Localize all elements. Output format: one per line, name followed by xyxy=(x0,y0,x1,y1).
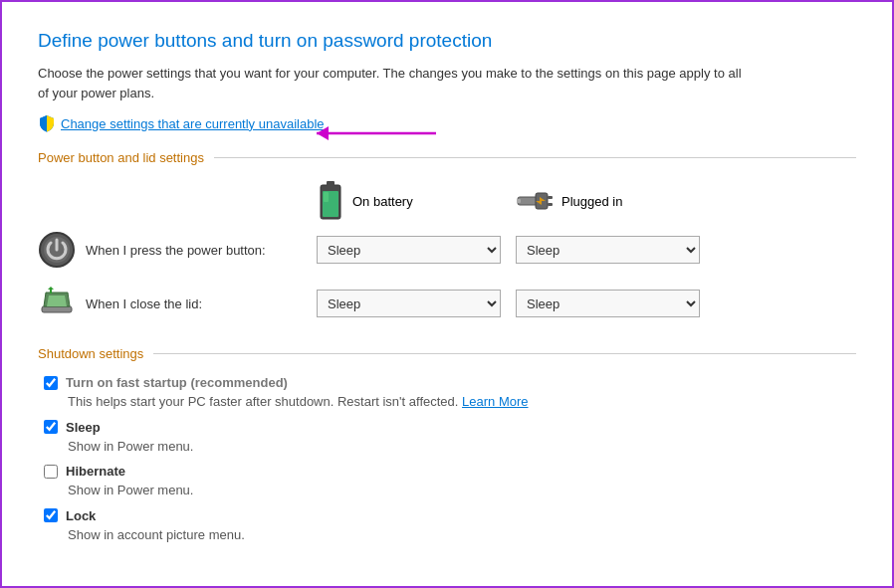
sleep-label: Sleep xyxy=(66,420,101,435)
on-battery-label: On battery xyxy=(352,194,413,209)
lock-checkbox[interactable] xyxy=(44,508,58,522)
svg-rect-10 xyxy=(517,199,521,203)
shutdown-section-header: Shutdown settings xyxy=(38,346,856,361)
sleep-checkbox-row: Sleep xyxy=(44,420,856,435)
power-button-on-battery-select[interactable]: Sleep Do nothing Hibernate Shut down Tur… xyxy=(317,236,501,264)
column-headers: On battery Plugged in xyxy=(317,179,856,223)
on-battery-header: On battery xyxy=(317,179,516,223)
close-lid-on-battery-wrapper: Sleep Do nothing Hibernate Shut down Tur… xyxy=(317,290,516,317)
sleep-item: Sleep Show in Power menu. xyxy=(38,420,856,457)
shield-icon xyxy=(38,114,56,132)
page-title: Define power buttons and turn on passwor… xyxy=(38,30,856,52)
hibernate-item: Hibernate Show in Power menu. xyxy=(38,464,856,500)
learn-more-link[interactable]: Learn More xyxy=(462,394,528,409)
svg-rect-3 xyxy=(327,181,335,186)
power-button-plugged-in-wrapper: Sleep Do nothing Hibernate Shut down Tur… xyxy=(516,236,715,264)
lock-item: Lock Show in account picture menu. xyxy=(38,508,856,545)
hibernate-label: Hibernate xyxy=(66,464,125,479)
fast-startup-subtext: This helps start your PC faster after sh… xyxy=(44,392,856,412)
section-divider xyxy=(214,157,856,158)
power-button-plugged-in-select[interactable]: Sleep Do nothing Hibernate Shut down Tur… xyxy=(516,236,700,264)
fast-startup-item: Turn on fast startup (recommended) This … xyxy=(38,375,856,412)
close-lid-plugged-in-wrapper: Sleep Do nothing Hibernate Shut down Tur… xyxy=(516,290,715,317)
plugged-in-header: Plugged in xyxy=(516,187,715,215)
plugged-in-icon xyxy=(516,187,554,215)
svg-rect-5 xyxy=(324,192,329,202)
close-lid-plugged-in-select[interactable]: Sleep Do nothing Hibernate Shut down Tur… xyxy=(516,290,700,317)
sleep-subtext: Show in Power menu. xyxy=(44,437,856,457)
power-button-icon xyxy=(38,231,76,269)
power-button-section-header: Power button and lid settings xyxy=(38,150,856,165)
lock-subtext: Show in account picture menu. xyxy=(44,525,856,545)
battery-icon xyxy=(317,179,344,223)
power-button-section-title: Power button and lid settings xyxy=(38,150,204,165)
page-description: Choose the power settings that you want … xyxy=(38,64,755,102)
shutdown-section-divider xyxy=(153,353,856,354)
close-lid-dropdowns: Sleep Do nothing Hibernate Shut down Tur… xyxy=(317,290,715,317)
fast-startup-subtext-prefix: This helps start your PC faster after sh… xyxy=(68,394,458,409)
change-settings-link[interactable]: Change settings that are currently unava… xyxy=(61,116,325,131)
power-button-row: When I press the power button: Sleep Do … xyxy=(38,231,856,269)
power-button-on-battery-wrapper: Sleep Do nothing Hibernate Shut down Tur… xyxy=(317,236,516,264)
svg-rect-9 xyxy=(548,203,553,206)
sleep-checkbox[interactable] xyxy=(44,420,58,434)
power-button-lid-section: Power button and lid settings On battery xyxy=(38,150,856,322)
fast-startup-checkbox[interactable] xyxy=(44,376,58,390)
svg-rect-8 xyxy=(548,196,553,199)
svg-rect-13 xyxy=(42,306,72,312)
power-button-label: When I press the power button: xyxy=(86,243,317,258)
plugged-in-label: Plugged in xyxy=(561,194,622,209)
close-lid-on-battery-select[interactable]: Sleep Do nothing Hibernate Shut down Tur… xyxy=(317,290,501,317)
lock-checkbox-row: Lock xyxy=(44,508,856,523)
hibernate-subtext: Show in Power menu. xyxy=(44,481,856,500)
shutdown-section: Shutdown settings Turn on fast startup (… xyxy=(38,346,856,544)
hibernate-checkbox[interactable] xyxy=(44,465,58,479)
power-button-dropdowns: Sleep Do nothing Hibernate Shut down Tur… xyxy=(317,236,715,264)
fast-startup-checkbox-row: Turn on fast startup (recommended) xyxy=(44,375,856,390)
shutdown-section-title: Shutdown settings xyxy=(38,346,143,361)
lock-label: Lock xyxy=(66,508,96,523)
fast-startup-label: Turn on fast startup (recommended) xyxy=(66,375,288,390)
close-lid-label: When I close the lid: xyxy=(86,296,317,311)
hibernate-checkbox-row: Hibernate xyxy=(44,464,856,479)
close-lid-row: When I close the lid: Sleep Do nothing H… xyxy=(38,285,856,322)
change-settings-row: Change settings that are currently unava… xyxy=(38,114,856,132)
close-lid-icon xyxy=(38,285,76,322)
